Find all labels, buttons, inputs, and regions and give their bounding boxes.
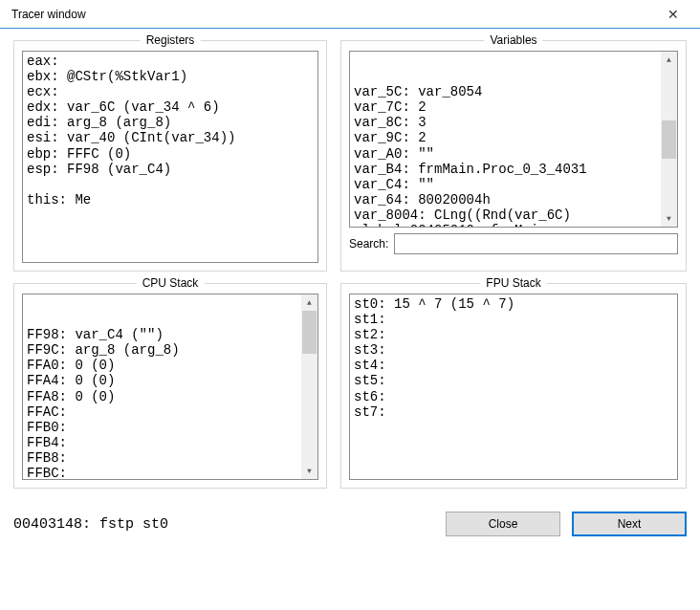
variables-group: Variables var_5C: var_8054 var_7C: 2 var… — [340, 40, 687, 272]
variables-title: Variables — [484, 33, 542, 47]
scroll-thumb[interactable] — [302, 311, 317, 354]
fpu-stack-group: FPU Stack st0: 15 ^ 7 (15 ^ 7) st1: st2:… — [340, 283, 687, 489]
search-label: Search: — [349, 237, 388, 251]
content-area: Registers eax: ebx: @CStr(%StkVar1) ecx:… — [0, 29, 700, 508]
scroll-up-icon[interactable]: ▲ — [301, 294, 317, 311]
cpu-stack-title: CPU Stack — [137, 276, 205, 290]
fpu-stack-title: FPU Stack — [480, 276, 546, 290]
scroll-up-icon[interactable]: ▲ — [661, 52, 677, 68]
window-title: Tracer window — [8, 8, 86, 21]
scroll-track[interactable] — [301, 311, 317, 463]
registers-group: Registers eax: ebx: @CStr(%StkVar1) ecx:… — [13, 40, 327, 272]
variables-scrollbar[interactable]: ▲ ▼ — [661, 52, 677, 227]
search-row: Search: — [349, 233, 678, 254]
registers-list[interactable]: eax: ebx: @CStr(%StkVar1) ecx: edx: var_… — [22, 51, 318, 263]
cpu-stack-group: CPU Stack FF98: var_C4 ("") FF9C: arg_8 … — [13, 283, 327, 489]
scroll-down-icon[interactable]: ▼ — [301, 463, 317, 479]
cpu-scrollbar[interactable]: ▲ ▼ — [301, 294, 317, 479]
scroll-down-icon[interactable]: ▼ — [661, 210, 677, 227]
search-input[interactable] — [394, 233, 678, 254]
status-bar: 00403148: fstp st0 Close Next — [0, 508, 700, 540]
scroll-track[interactable] — [661, 68, 677, 210]
titlebar: Tracer window ✕ — [0, 0, 700, 29]
next-button[interactable]: Next — [572, 512, 687, 536]
cpu-stack-list[interactable]: FF98: var_C4 ("") FF9C: arg_8 (arg_8) FF… — [22, 294, 318, 480]
scroll-thumb[interactable] — [662, 120, 676, 159]
close-icon[interactable]: ✕ — [654, 7, 692, 22]
close-button[interactable]: Close — [446, 512, 560, 536]
variables-list[interactable]: var_5C: var_8054 var_7C: 2 var_8C: 3 var… — [349, 51, 678, 228]
fpu-stack-list[interactable]: st0: 15 ^ 7 (15 ^ 7) st1: st2: st3: st4:… — [349, 294, 678, 480]
registers-title: Registers — [141, 33, 201, 47]
status-text: 00403148: fstp st0 — [13, 516, 434, 533]
